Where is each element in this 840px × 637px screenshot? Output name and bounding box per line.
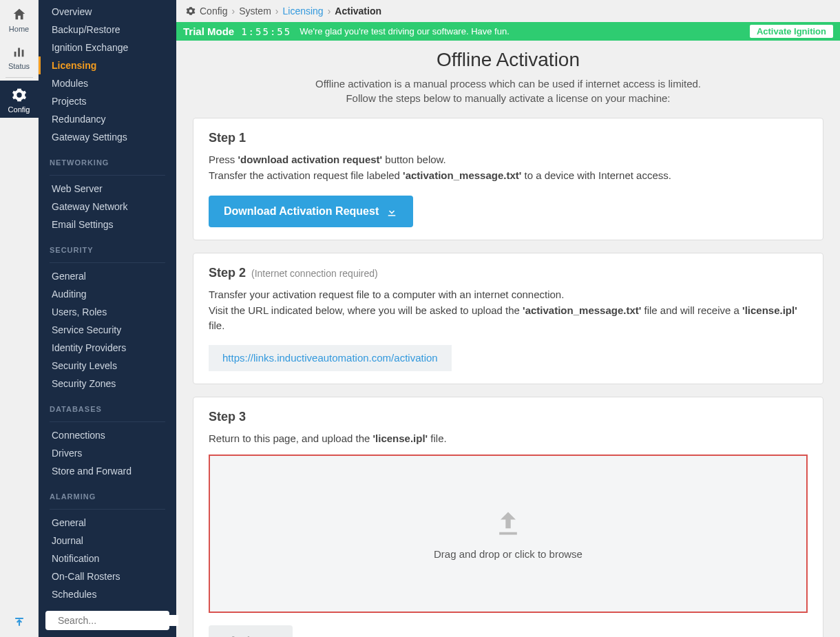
svg-rect-1: [18, 48, 20, 57]
upload-icon: [493, 508, 523, 539]
sidebar-item-drivers[interactable]: Drivers: [39, 444, 176, 462]
license-dropzone[interactable]: Drag and drop or click to browse: [209, 455, 808, 613]
sidebar-item-security-levels[interactable]: Security Levels: [39, 357, 176, 375]
step1-title: Step 1: [209, 131, 808, 145]
breadcrumb: Config › System › Licensing › Activation: [176, 0, 840, 22]
rail-home-label: Home: [9, 25, 29, 33]
step3-body: Return to this page, and upload the 'lic…: [209, 431, 808, 447]
dropzone-text: Drag and drop or click to browse: [434, 548, 582, 560]
sidebar-item-auditing[interactable]: Auditing: [39, 285, 176, 303]
download-activation-request-button[interactable]: Download Activation Request: [209, 196, 413, 227]
activation-url-box: https://links.inductiveautomation.com/ac…: [209, 345, 452, 371]
sidebar-item-schedules[interactable]: Schedules: [39, 585, 176, 603]
sidebar-item-gateway-network[interactable]: Gateway Network: [39, 198, 176, 216]
rail-separator: [6, 77, 33, 78]
sidebar-item-gateway-settings[interactable]: Gateway Settings: [39, 128, 176, 146]
sidebar-divider: [50, 262, 165, 263]
sidebar-scroll[interactable]: Overview Backup/Restore Ignition Exchang…: [39, 0, 176, 637]
activate-ignition-button[interactable]: Activate Ignition: [750, 25, 833, 38]
download-icon: [386, 205, 398, 218]
sidebar-item-notification[interactable]: Notification: [39, 550, 176, 567]
step2-title: Step 2(Internet connection required): [209, 266, 808, 280]
sidebar-item-connections[interactable]: Connections: [39, 426, 176, 444]
trial-bar: Trial Mode 1:55:55 We're glad you're tes…: [176, 22, 840, 41]
step3-title: Step 3: [209, 410, 808, 424]
sidebar-item-redundancy[interactable]: Redundancy: [39, 110, 176, 128]
left-rail: Home Status Config: [0, 0, 39, 637]
activate-button[interactable]: Activate: [209, 625, 293, 637]
sidebar-item-email-settings[interactable]: Email Settings: [39, 216, 176, 233]
sidebar: Overview Backup/Restore Ignition Exchang…: [39, 0, 176, 637]
search-input[interactable]: [58, 615, 178, 626]
step2-body: Transfer your activation request file to…: [209, 287, 808, 334]
sidebar-divider: [50, 421, 165, 422]
chart-icon: [12, 44, 27, 59]
sidebar-header-alarming: ALARMING: [39, 480, 176, 505]
gear-icon: [186, 6, 196, 16]
sidebar-item-alarming-general[interactable]: General: [39, 514, 176, 532]
sidebar-header-databases: DATABASES: [39, 393, 176, 417]
sidebar-divider: [50, 175, 165, 176]
sidebar-header-security: SECURITY: [39, 233, 176, 258]
sidebar-item-backup-restore[interactable]: Backup/Restore: [39, 21, 176, 39]
breadcrumb-root[interactable]: Config: [200, 6, 227, 17]
collapse-icon: [12, 615, 26, 629]
sidebar-divider: [50, 509, 165, 510]
sidebar-item-licensing[interactable]: Licensing: [39, 56, 176, 74]
main-area: Config › System › Licensing › Activation…: [176, 0, 840, 637]
sidebar-item-on-call-rosters[interactable]: On-Call Rosters: [39, 567, 176, 585]
step2-hint: (Internet connection required): [251, 268, 378, 279]
breadcrumb-licensing[interactable]: Licensing: [283, 6, 324, 17]
rail-config[interactable]: Config: [0, 81, 39, 118]
sidebar-item-projects[interactable]: Projects: [39, 92, 176, 110]
step3-card: Step 3 Return to this page, and upload t…: [193, 397, 823, 638]
rail-status-label: Status: [8, 62, 30, 70]
sidebar-item-web-server[interactable]: Web Server: [39, 180, 176, 198]
trial-message: We're glad you're test driving our softw…: [300, 26, 750, 36]
step1-card: Step 1 Press 'download activation reques…: [193, 118, 823, 240]
sidebar-item-modules[interactable]: Modules: [39, 74, 176, 92]
sidebar-item-service-security[interactable]: Service Security: [39, 321, 176, 339]
trial-timer: 1:55:55: [241, 26, 291, 37]
step2-card: Step 2(Internet connection required) Tra…: [193, 253, 823, 384]
sidebar-item-journal[interactable]: Journal: [39, 532, 176, 550]
sidebar-header-networking: NETWORKING: [39, 146, 176, 171]
sidebar-item-ignition-exchange[interactable]: Ignition Exchange: [39, 39, 176, 56]
chevron-right-icon: ›: [275, 6, 279, 17]
breadcrumb-current: Activation: [335, 6, 381, 17]
sidebar-item-general[interactable]: General: [39, 267, 176, 285]
breadcrumb-system[interactable]: System: [239, 6, 271, 17]
search-box[interactable]: [45, 611, 169, 630]
rail-status[interactable]: Status: [0, 37, 39, 74]
sidebar-item-security-zones[interactable]: Security Zones: [39, 375, 176, 393]
home-icon: [12, 7, 27, 22]
rail-home[interactable]: Home: [0, 0, 39, 37]
sidebar-item-overview[interactable]: Overview: [39, 3, 176, 21]
rail-config-label: Config: [8, 105, 30, 114]
svg-rect-2: [21, 50, 23, 56]
chevron-right-icon: ›: [328, 6, 331, 17]
page-title: Offline Activation: [193, 49, 823, 71]
sidebar-item-users-roles[interactable]: Users, Roles: [39, 303, 176, 321]
content-area[interactable]: Offline Activation Offline activation is…: [176, 41, 840, 637]
trial-mode-label: Trial Mode: [183, 25, 234, 37]
step1-body: Press 'download activation request' butt…: [209, 152, 808, 183]
gear-icon: [12, 87, 27, 103]
svg-rect-0: [14, 52, 16, 56]
activation-url-link[interactable]: https://links.inductiveautomation.com/ac…: [222, 352, 438, 364]
chevron-right-icon: ›: [231, 6, 235, 17]
page-subtitle: Offline activation is a manual process w…: [193, 76, 823, 105]
rail-collapse-button[interactable]: [0, 615, 39, 629]
sidebar-item-store-and-forward[interactable]: Store and Forward: [39, 462, 176, 480]
sidebar-item-identity-providers[interactable]: Identity Providers: [39, 339, 176, 357]
